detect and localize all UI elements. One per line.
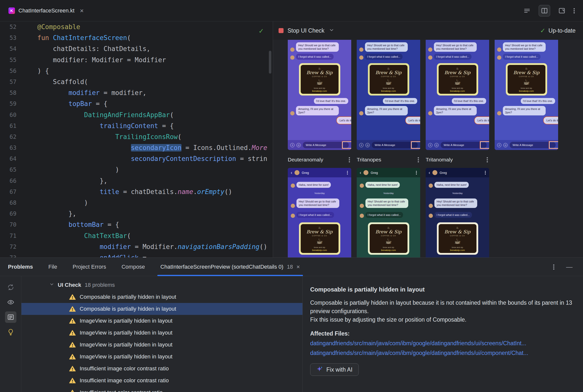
- problem-row[interactable]: ImageView is partially hidden in layout: [22, 327, 303, 339]
- code-line[interactable]: 61 trailingContent = {: [0, 120, 273, 131]
- collapse-chevron-icon[interactable]: [49, 282, 54, 288]
- problem-row[interactable]: Composable is partially hidden in layout: [22, 303, 303, 315]
- code-line[interactable]: 58 modifier = modifier,: [0, 87, 273, 98]
- problem-row[interactable]: Insufficient image color contrast ratio: [22, 363, 303, 374]
- avatar: [428, 56, 432, 60]
- preview-phone[interactable]: ‹GregHaha, next time for sure!YesterdayH…: [288, 168, 351, 258]
- problem-row[interactable]: ImageView is partially hidden in layout: [22, 315, 303, 327]
- message-row: I'd love that! It's this one.: [290, 98, 348, 104]
- avatar: [497, 48, 501, 52]
- code-line[interactable]: 69 },: [0, 208, 273, 219]
- code-line[interactable]: 65 ): [0, 164, 273, 175]
- message-input[interactable]: Write A Message: [441, 142, 487, 148]
- rerun-check-icon[interactable]: [5, 282, 17, 293]
- code-line[interactable]: 67 title = chatDetails.name.orEmpty(): [0, 186, 273, 197]
- show-details-icon[interactable]: [5, 312, 17, 323]
- more-options-icon[interactable]: [485, 171, 486, 175]
- code-line[interactable]: 59 topBar = {: [0, 98, 273, 109]
- preview-visibility-icon[interactable]: [5, 296, 17, 308]
- close-tab-icon[interactable]: ×: [297, 264, 300, 270]
- code-line[interactable]: 55 modifier: Modifier = Modifier: [0, 54, 273, 66]
- add-icon[interactable]: +: [359, 143, 364, 147]
- code-line[interactable]: 56) {: [0, 66, 273, 76]
- warning-icon: [69, 390, 76, 392]
- more-options-icon[interactable]: [416, 171, 417, 175]
- code-line[interactable]: 72 modifier = Modifier.navigationBarsPad…: [0, 241, 273, 252]
- code-line[interactable]: 62 TrailingIconsRow(: [0, 131, 273, 142]
- preview-config-label-row: Deuteranomaly: [288, 155, 351, 165]
- message-input[interactable]: Write A Message: [303, 142, 349, 148]
- more-options-icon[interactable]: [573, 8, 575, 14]
- inspections-ok-icon[interactable]: ✓: [259, 26, 263, 35]
- chevron-down-icon[interactable]: [329, 27, 334, 34]
- code-line[interactable]: 64 secondaryContentDescription = strin: [0, 153, 273, 164]
- stop-ui-check-label: Stop UI Check: [287, 27, 324, 34]
- file-tab[interactable]: K ChatInterfaceScreen.kt ×: [0, 0, 90, 21]
- chat-bubble: I forgot what it was called...: [296, 54, 334, 60]
- code-editor[interactable]: 52@Composable53fun ChatInterfaceScreen(5…: [0, 22, 273, 258]
- chat-bubble: Haha, next time for sure!: [297, 182, 331, 188]
- code-line[interactable]: 60 DatingAndFriendsAppBar(: [0, 110, 273, 120]
- code-line[interactable]: 68 ): [0, 197, 273, 208]
- add-icon[interactable]: +: [497, 143, 501, 147]
- warning-icon: [69, 318, 76, 324]
- problem-row[interactable]: Insufficient text color contrast ratio: [22, 386, 303, 392]
- add-icon[interactable]: +: [428, 143, 432, 147]
- tab-file[interactable]: File: [48, 264, 57, 270]
- problems-tool-window: Problems File Project Errors Compose Cha…: [0, 258, 583, 392]
- close-tab-icon[interactable]: ×: [80, 8, 84, 14]
- emoji-icon[interactable]: ☺: [297, 143, 301, 147]
- tool-window-title[interactable]: Problems: [8, 264, 33, 270]
- structure-view-icon[interactable]: [521, 5, 533, 16]
- preview-phone[interactable]: Hey! Should we go to that cafe you menti…: [426, 40, 489, 150]
- preview-phone[interactable]: Hey! Should we go to that cafe you menti…: [288, 40, 351, 150]
- emoji-icon[interactable]: ☺: [365, 143, 370, 147]
- message-input[interactable]: Write A Message: [510, 142, 556, 148]
- fix-with-ai-button[interactable]: Fix with AI: [310, 364, 359, 376]
- code-line[interactable]: 53fun ChatInterfaceScreen(: [0, 32, 273, 43]
- tab-chat-interface-screen-preview[interactable]: ChatInterfaceScreenPreview (sortedChatDe…: [160, 258, 300, 276]
- stop-ui-check-button[interactable]: Stop UI Check: [278, 27, 324, 34]
- add-icon[interactable]: +: [290, 143, 295, 147]
- code-line[interactable]: 63 secondaryIcon = Icons.Outlined.More: [0, 142, 273, 153]
- problem-row[interactable]: ImageView is partially hidden in layout: [22, 351, 303, 363]
- preview-mode-icon[interactable]: [556, 5, 567, 16]
- code-line[interactable]: 71 ChatTextBar(: [0, 230, 273, 241]
- avatar: [359, 48, 364, 52]
- more-options-icon[interactable]: [347, 171, 348, 175]
- code-line[interactable]: 54 chatDetails: ChatDetails,: [0, 43, 273, 54]
- code-line[interactable]: 73 onAddClick =: [0, 252, 273, 258]
- preview-phone[interactable]: Hey! Should we go to that cafe you menti…: [495, 40, 558, 150]
- chat-bubble: Let's do it!: [406, 118, 420, 123]
- affected-file-link[interactable]: datingandfriends/src/main/java/com/ibm/g…: [310, 340, 571, 347]
- code-line[interactable]: 70 bottomBar = {: [0, 219, 273, 230]
- problem-row[interactable]: Insufficient image color contrast ratio: [22, 374, 303, 386]
- minimize-icon[interactable]: —: [566, 264, 572, 270]
- preview-phone[interactable]: ‹GregHaha, next time for sure!YesterdayH…: [426, 168, 489, 258]
- code-line[interactable]: 52@Composable: [0, 22, 273, 32]
- more-options-icon[interactable]: [418, 157, 419, 163]
- code-line[interactable]: 57 Scaffold(: [0, 76, 273, 87]
- more-options-icon[interactable]: [349, 157, 350, 163]
- problem-row[interactable]: Composable is partially hidden in layout: [22, 291, 303, 303]
- editor-scrollbar[interactable]: [269, 51, 271, 74]
- back-icon[interactable]: ‹: [360, 170, 361, 175]
- ui-check-group-row[interactable]: UI Check 18 problems: [22, 279, 303, 291]
- tab-compose[interactable]: Compose: [121, 264, 145, 270]
- emoji-icon[interactable]: ☺: [434, 143, 439, 147]
- tabs-actions: —: [553, 264, 583, 270]
- problem-row[interactable]: ImageView is partially hidden in layout: [22, 339, 303, 351]
- preview-phone[interactable]: Hey! Should we go to that cafe you menti…: [357, 40, 420, 150]
- emoji-icon[interactable]: ☺: [503, 143, 508, 147]
- back-icon[interactable]: ‹: [429, 170, 430, 175]
- affected-file-link[interactable]: datingandfriends/src/main/java/com/ibm/g…: [310, 350, 571, 356]
- back-icon[interactable]: ‹: [291, 170, 292, 175]
- more-options-icon[interactable]: [487, 157, 488, 163]
- split-editor-icon[interactable]: [539, 5, 550, 16]
- tab-project-errors[interactable]: Project Errors: [73, 264, 106, 270]
- preview-phone[interactable]: ‹GregHaha, next time for sure!YesterdayH…: [357, 168, 420, 258]
- more-options-icon[interactable]: [553, 264, 555, 270]
- code-line[interactable]: 66 },: [0, 175, 273, 186]
- message-input[interactable]: Write A Message: [372, 142, 418, 148]
- quickfix-bulb-icon[interactable]: [5, 326, 17, 338]
